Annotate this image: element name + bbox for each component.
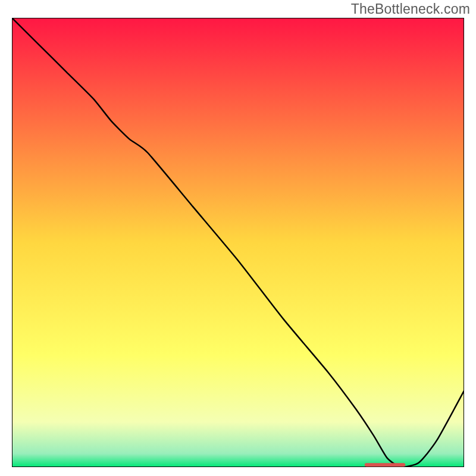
chart-container: TheBottleneck.com — [0, 0, 476, 476]
watermark-text: TheBottleneck.com — [351, 1, 470, 17]
bottleneck-chart — [12, 18, 464, 467]
optimal-range-marker — [365, 463, 405, 466]
